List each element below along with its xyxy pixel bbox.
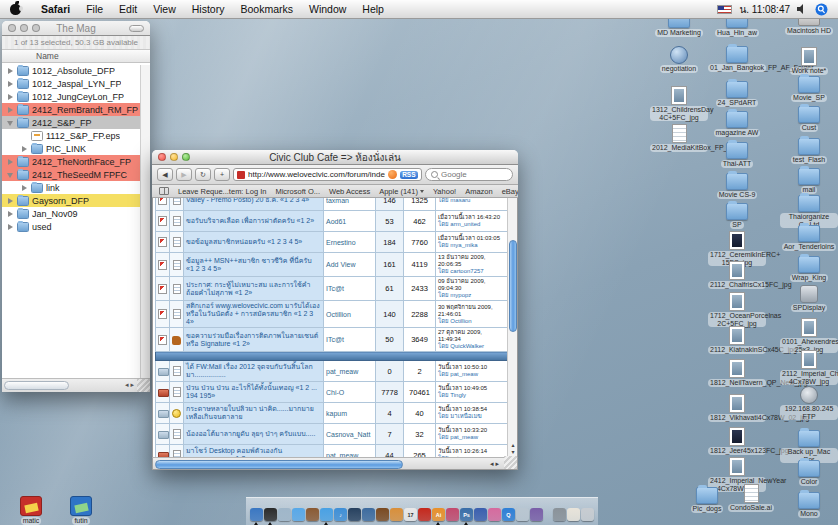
back-button[interactable]: ◀ — [157, 168, 173, 181]
desktop-icon[interactable]: 2112_KiatnakinSCx45C_jpg — [708, 326, 766, 354]
finder-item[interactable]: link — [2, 181, 150, 194]
finder-resize-grip[interactable] — [137, 379, 150, 392]
last-post-line[interactable]: โดย pat_meaw — [438, 371, 505, 378]
finder-item[interactable]: 1112_S&P_FP.eps — [2, 129, 150, 142]
last-post-line[interactable]: โดย Octillion — [438, 318, 505, 325]
finder-name-column-header[interactable]: Name — [2, 50, 150, 63]
desktop-icon[interactable]: Aor_Tenderloins — [780, 225, 838, 251]
topic-subject-link[interactable]: ขอรับบริจาคเลือด เพื่อการผ่าตัดครับ «1 2… — [184, 211, 324, 232]
menu-bookmarks[interactable]: Bookmarks — [232, 3, 301, 15]
menu-window[interactable]: Window — [301, 3, 354, 15]
toolbar-toggle-button[interactable] — [129, 25, 144, 32]
disclosure-triangle-icon[interactable] — [6, 222, 15, 231]
last-post-line[interactable]: โดย masaru — [438, 198, 505, 204]
desktop-icon[interactable]: test_Flash — [780, 138, 838, 164]
desktop-icon[interactable]: 0101_Ahexendres 25x3_jpg — [780, 318, 838, 353]
finder-item[interactable]: Gaysorn_DFP — [2, 194, 150, 207]
menu-clock[interactable]: น. 11:08:47 — [739, 2, 790, 17]
topic-subject-link[interactable]: สติกเกอร์ www.welovecivic.com มารับได้เอ… — [184, 301, 324, 328]
desktop-icon[interactable]: Wrap_King — [780, 256, 838, 282]
disclosure-triangle-icon[interactable] — [20, 144, 29, 153]
apple-menu-icon[interactable] — [10, 4, 21, 15]
desktop-icon[interactable]: 1712_OceanPorcelnas 2C+5FC_jpg — [708, 292, 766, 327]
finder-horizontal-scrollbar[interactable]: ◂▸ — [2, 378, 150, 392]
last-post-line[interactable]: โดย มาเหนือเมฆ — [438, 413, 505, 420]
desktop-icon[interactable]: 01_Jan_Bangkok_FP_AF_Folder — [708, 46, 766, 72]
desktop-icon[interactable]: 1312_ChildrensDay 4C+5FC_jpg — [650, 86, 708, 121]
menu-history[interactable]: History — [184, 3, 233, 15]
disclosure-triangle-icon[interactable] — [6, 118, 15, 127]
topic-subject-link[interactable]: ข้อมูล++ MSN++สมาชิก ชาวซีวิค ที่นี่ครับ… — [184, 253, 324, 277]
desktop-icon[interactable]: CondoSale.ai — [722, 484, 780, 512]
menu-help[interactable]: Help — [354, 3, 392, 15]
bookmark-item[interactable]: Web Access — [329, 187, 370, 196]
finder-item[interactable]: 1012_JungCeyLon_FP — [2, 90, 150, 103]
dock-documents-stack-icon[interactable] — [567, 508, 580, 521]
desktop-icon[interactable]: 1812_Vikhavati4Cx78W_02_jpg — [708, 394, 766, 422]
safari-vscroll-thumb[interactable] — [509, 240, 517, 332]
bookmark-item[interactable]: Microsoft O... — [275, 187, 320, 196]
topic-author-link[interactable]: ITc@t — [324, 328, 376, 352]
dock-stuffit-icon[interactable] — [553, 508, 566, 521]
dock-trash-icon[interactable] — [581, 508, 594, 521]
bookmarks-icon[interactable] — [159, 187, 169, 195]
last-post-line[interactable]: โดย arm_united — [438, 221, 505, 228]
topic-author-link[interactable]: pat_meaw — [324, 445, 376, 458]
topic-subject-link[interactable]: ขอข้อมูลสมาชิกหน่อยครับ «1 2 3 4 5» — [184, 232, 324, 253]
input-language-flag-icon[interactable] — [717, 5, 732, 14]
desktop-icon[interactable]: magazine AW — [708, 111, 766, 137]
autofill-icon[interactable] — [388, 170, 397, 179]
finder-item[interactable]: 2412_RemBrandt_RM_FP — [2, 103, 150, 116]
reload-button[interactable]: ↻ — [195, 168, 211, 181]
dock-ichat-icon[interactable] — [292, 508, 305, 521]
last-post-line[interactable]: โดย mya_mika — [438, 242, 505, 249]
desktop-icon[interactable]: Color — [780, 460, 838, 486]
last-post-line[interactable]: โดย cartoon7257 — [438, 268, 505, 275]
safari-resize-grip[interactable] — [504, 456, 517, 469]
desktop-icon[interactable]: 1812_Jeer45x123FC_jpg — [708, 427, 766, 455]
address-bar[interactable]: http://www.welovecivic.com/forum/index.p… — [233, 168, 422, 181]
dock-quicktime-icon[interactable]: Q — [502, 508, 515, 521]
dock-address-book-icon[interactable] — [306, 508, 319, 521]
topic-author-link[interactable]: Casnova_Natt — [324, 424, 376, 445]
desktop-icon[interactable]: Movie CS-9 — [708, 173, 766, 199]
volume-icon[interactable] — [797, 4, 808, 14]
desktop-icon[interactable]: Back up_Mac Por — [780, 430, 838, 463]
dock-iphoto-icon[interactable] — [390, 508, 403, 521]
disclosure-triangle-icon[interactable] — [6, 157, 15, 166]
topic-subject-link[interactable]: กระดาษหลายใบปลิวมา น่าคิด......มากมายเหล… — [184, 403, 324, 424]
dock-idisk-icon[interactable] — [530, 508, 543, 521]
dock-garageband-icon[interactable] — [376, 508, 389, 521]
rss-badge[interactable]: RSS — [400, 171, 418, 179]
dock-preview-icon[interactable] — [278, 508, 291, 521]
topic-subject-link[interactable]: ได้ FW:Mail เรื่อง 2012 จุดจบกับวันสิ้นโ… — [184, 361, 324, 382]
last-post-line[interactable]: โดย pat_meaw — [438, 434, 505, 441]
finder-item[interactable]: used — [2, 220, 150, 233]
topic-author-link[interactable]: Chi-O — [324, 382, 376, 403]
topic-subject-link[interactable]: น้องออโต้มาลากยูดับ ลุยๆ ป่าๆ ครับแบบ...… — [184, 424, 324, 445]
menu-edit[interactable]: Edit — [111, 3, 145, 15]
topic-author-link[interactable]: pat_meaw — [324, 361, 376, 382]
dock-ical-icon[interactable]: 17 — [404, 508, 417, 521]
add-bookmark-button[interactable]: + — [214, 168, 230, 181]
dock-iweb-icon[interactable] — [362, 508, 375, 521]
safari-titlebar[interactable]: Civic Club Cafe => ห้องนั่งเล่น — [152, 150, 518, 165]
dock-toast-icon[interactable] — [488, 508, 501, 521]
disclosure-triangle-icon[interactable] — [6, 105, 15, 114]
bookmark-item[interactable]: eBay — [502, 187, 518, 196]
bookmark-item[interactable]: Amazon — [465, 187, 493, 196]
desktop-icon[interactable]: 1812_NeilTavern_QP_New_jpg — [708, 359, 766, 387]
menu-file[interactable]: File — [78, 3, 111, 15]
desktop-icon[interactable]: Movie_SP — [780, 76, 838, 102]
disclosure-triangle-icon[interactable] — [6, 66, 15, 75]
dock-adobe-reader-icon[interactable] — [418, 508, 431, 521]
finder-vertical-scrollbar[interactable] — [140, 65, 150, 378]
topic-subject-link[interactable]: ขอความร่วมมือเรื่องการติดภาพในลายเซนต์ ห… — [184, 328, 324, 352]
topic-subject-link[interactable]: ป่วน ป่วน ป่วน อะไรก็ได้ทั้งนั้นเทอญ «1 … — [184, 382, 324, 403]
dock-dashboard-icon[interactable] — [264, 508, 277, 521]
safari-vscroll-arrows[interactable]: ▴▾ — [508, 442, 518, 456]
safari-horizontal-scrollbar[interactable]: ◂▸ — [152, 457, 518, 470]
topic-author-link[interactable]: taxman — [324, 198, 376, 211]
desktop-icon[interactable]: Thai-ATT — [708, 142, 766, 168]
dock-finder-icon[interactable] — [250, 508, 263, 521]
